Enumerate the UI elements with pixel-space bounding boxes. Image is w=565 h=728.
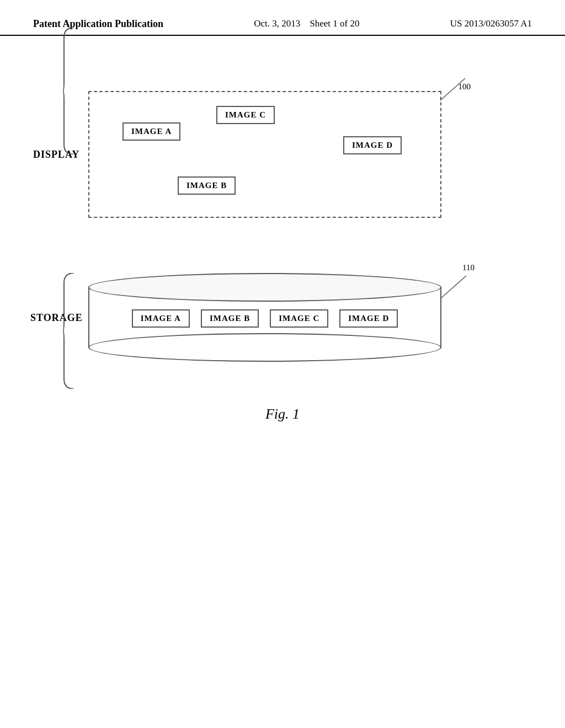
display-image-c: IMAGE C (216, 106, 275, 124)
storage-figure: STORAGE 110 IMAGE A (77, 273, 532, 362)
display-image-b: IMAGE B (178, 176, 236, 195)
figure-label: Fig. 1 (33, 406, 532, 422)
storage-image-a: IMAGE A (132, 309, 190, 328)
ref-100-label: 100 (459, 82, 471, 92)
storage-cylinder: 110 IMAGE A IMAGE B IMAGE C (88, 273, 441, 362)
ref-110-line-icon (436, 273, 475, 301)
svg-line-1 (441, 276, 466, 298)
storage-image-b: IMAGE B (201, 309, 259, 328)
sheet-text: Sheet 1 of 20 (310, 18, 359, 29)
header-date-sheet: Oct. 3, 2013 Sheet 1 of 20 (254, 18, 359, 30)
ref-100-text: 100 (459, 82, 471, 91)
display-box: 100 IMAGE A IMAGE B IMAGE C IMAGE D (88, 91, 441, 218)
storage-brace-icon (62, 273, 77, 389)
header-publication-label: Patent Application Publication (33, 18, 163, 30)
header-patent-number: US 2013/0263057 A1 (450, 18, 532, 30)
ref-110-label: 110 (462, 263, 475, 272)
storage-image-d: IMAGE D (339, 309, 398, 328)
display-brace-icon (62, 28, 77, 154)
storage-images-row: IMAGE A IMAGE B IMAGE C IMAGE D (89, 304, 440, 333)
display-image-d: IMAGE D (343, 136, 402, 154)
display-image-a: IMAGE A (122, 122, 180, 141)
display-figure: DISPLAY 100 IMAGE A IMAGE B IM (77, 91, 532, 218)
publication-text: Patent Application Publication (33, 18, 163, 29)
cylinder-bottom-ellipse (88, 333, 441, 362)
main-content: DISPLAY 100 IMAGE A IMAGE B IM (0, 36, 565, 445)
storage-image-c: IMAGE C (270, 309, 328, 328)
patent-number-text: US 2013/0263057 A1 (450, 18, 532, 29)
page-header: Patent Application Publication Oct. 3, 2… (0, 0, 565, 36)
date-text: Oct. 3, 2013 (254, 18, 300, 29)
